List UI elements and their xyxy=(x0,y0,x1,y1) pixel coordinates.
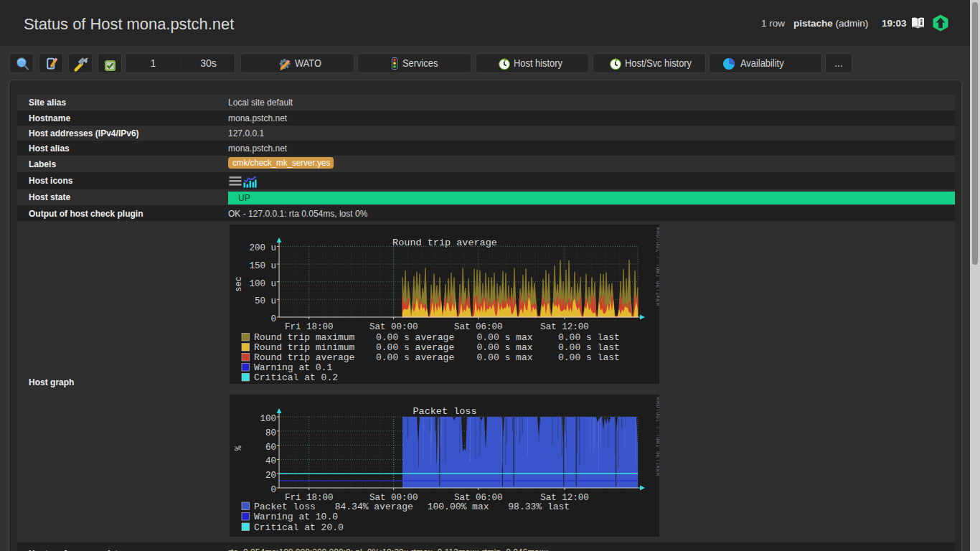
svg-text:100.00% max: 100.00% max xyxy=(428,501,489,512)
svg-text:0.00 s max: 0.00 s max xyxy=(477,342,533,353)
svg-text:0.00 s average: 0.00 s average xyxy=(376,332,454,343)
svg-text:20: 20 xyxy=(265,471,276,481)
svg-text:%: % xyxy=(234,446,244,451)
svg-text:0.00 s last: 0.00 s last xyxy=(558,332,620,343)
svg-text:Sat 00:00: Sat 00:00 xyxy=(369,322,418,332)
svg-text:Packet loss: Packet loss xyxy=(413,406,476,417)
svg-text:0.00 s last: 0.00 s last xyxy=(558,352,620,363)
svg-text:Packet loss: Packet loss xyxy=(254,501,316,512)
svg-text:Warning at 10.0: Warning at 10.0 xyxy=(254,512,338,522)
svg-text:80: 80 xyxy=(265,428,276,438)
svg-text:98.33% last: 98.33% last xyxy=(508,501,570,512)
svg-text:200 u: 200 u xyxy=(249,243,276,253)
svg-text:0: 0 xyxy=(270,314,276,324)
svg-text:RRDTOOL / TOBI OETIKER: RRDTOOL / TOBI OETIKER xyxy=(655,227,659,306)
svg-text:Sat 12:00: Sat 12:00 xyxy=(540,322,589,332)
svg-text:Critical at 20.0: Critical at 20.0 xyxy=(254,522,344,533)
svg-text:100 u: 100 u xyxy=(249,279,276,289)
svg-text:Fri 18:00: Fri 18:00 xyxy=(285,322,334,332)
svg-text:100: 100 xyxy=(260,414,276,424)
svg-text:60: 60 xyxy=(265,443,276,453)
svg-text:40: 40 xyxy=(265,456,276,466)
svg-text:RRDTOOL / TOBI OETIKER: RRDTOOL / TOBI OETIKER xyxy=(655,397,659,476)
svg-text:0.00 s last: 0.00 s last xyxy=(558,342,620,353)
svg-text:Warning at 0.1: Warning at 0.1 xyxy=(254,362,332,373)
svg-text:Sat 06:00: Sat 06:00 xyxy=(454,322,503,332)
svg-text:84.34% average: 84.34% average xyxy=(335,501,413,512)
svg-text:Round trip minimum: Round trip minimum xyxy=(254,342,355,353)
svg-text:0.00 s max: 0.00 s max xyxy=(477,352,533,363)
svg-text:0.00 s max: 0.00 s max xyxy=(477,332,533,343)
svg-text:150 u: 150 u xyxy=(249,261,276,271)
svg-text:Round trip maximum: Round trip maximum xyxy=(254,332,355,343)
svg-text:50 u: 50 u xyxy=(255,296,276,306)
svg-text:0.00 s average: 0.00 s average xyxy=(376,342,454,353)
svg-text:Round trip average: Round trip average xyxy=(254,352,354,363)
svg-text:0.00 s average: 0.00 s average xyxy=(376,352,454,363)
svg-text:0: 0 xyxy=(270,485,276,495)
svg-text:sec: sec xyxy=(234,276,244,292)
svg-text:Critical at 0.2: Critical at 0.2 xyxy=(254,372,338,383)
